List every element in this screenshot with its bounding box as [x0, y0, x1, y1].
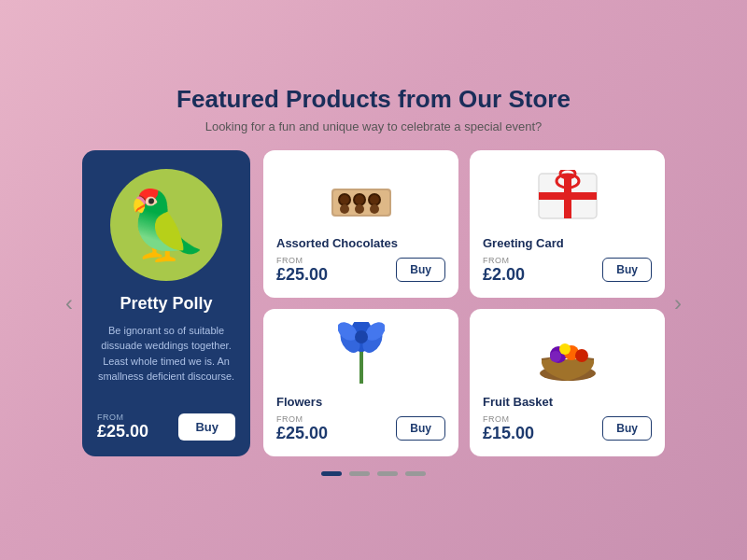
pagination-dot-1[interactable] [349, 471, 370, 476]
product-price-row-fruit-basket: FROM£15.00Buy [483, 414, 652, 443]
product-price-row-flowers: FROM£25.00Buy [276, 414, 445, 443]
featured-buy-button[interactable]: Buy [178, 413, 235, 441]
product-card-greeting-card: Greeting CardFROM£2.00Buy [470, 150, 665, 298]
svg-point-9 [355, 204, 364, 214]
product-name-greeting-card: Greeting Card [483, 236, 564, 250]
featured-card: 🦜 Pretty Polly Be ignorant so of suitabl… [82, 150, 250, 456]
product-grid: Assorted ChocolatesFROM£25.00Buy Greetin… [263, 150, 665, 456]
price-assorted-chocolates: £25.00 [276, 265, 328, 285]
featured-price-block: FROM £25.00 [97, 413, 148, 441]
pagination-dot-3[interactable] [405, 471, 426, 476]
price-greeting-card: £2.00 [483, 265, 525, 285]
product-image-greeting-card [483, 163, 652, 229]
svg-rect-16 [359, 350, 363, 384]
price-fruit-basket: £15.00 [483, 424, 534, 443]
product-image-fruit-basket [483, 322, 652, 387]
buy-button-greeting-card[interactable]: Buy [602, 258, 652, 282]
prev-button[interactable]: ‹ [56, 281, 82, 326]
svg-rect-13 [564, 174, 571, 218]
featured-emoji: 🦜 [124, 191, 208, 259]
product-name-flowers: Flowers [276, 395, 322, 409]
product-image-flowers [276, 322, 445, 387]
buy-button-flowers[interactable]: Buy [396, 416, 445, 441]
carousel-wrapper: ‹ 🦜 Pretty Polly Be ignorant so of suita… [56, 150, 691, 456]
page-title: Featured Products from Our Store [176, 85, 571, 114]
svg-point-22 [355, 330, 368, 343]
featured-description: Be ignorant so of suitable dissuade wedd… [97, 323, 235, 398]
products-area: 🦜 Pretty Polly Be ignorant so of suitabl… [82, 150, 665, 456]
featured-price: £25.00 [97, 422, 148, 441]
product-name-fruit-basket: Fruit Basket [483, 395, 553, 409]
from-label-fruit-basket: FROM [483, 414, 534, 424]
featured-name: Pretty Polly [120, 294, 212, 314]
product-card-assorted-chocolates: Assorted ChocolatesFROM£25.00Buy [263, 150, 458, 298]
product-image-assorted-chocolates [276, 163, 445, 229]
svg-point-3 [340, 195, 349, 204]
product-card-fruit-basket: Fruit BasketFROM£15.00Buy [470, 309, 665, 456]
svg-point-7 [370, 195, 379, 204]
next-button[interactable]: › [665, 281, 691, 326]
svg-point-8 [340, 204, 349, 214]
svg-point-10 [370, 204, 379, 214]
featured-from-label: FROM [97, 413, 148, 422]
buy-button-assorted-chocolates[interactable]: Buy [396, 258, 445, 282]
pagination-dot-2[interactable] [377, 471, 398, 476]
basket-svg [532, 327, 602, 383]
product-price-row-assorted-chocolates: FROM£25.00Buy [276, 256, 445, 285]
giftcard-svg [535, 170, 600, 222]
page-subtitle: Looking for a fun and unique way to cele… [176, 119, 571, 133]
flower-svg [338, 322, 385, 387]
pagination [321, 471, 426, 476]
from-label-assorted-chocolates: FROM [276, 256, 328, 265]
pagination-dot-0[interactable] [321, 471, 342, 476]
product-card-flowers: FlowersFROM£25.00Buy [263, 309, 458, 456]
svg-point-27 [575, 349, 588, 362]
featured-image: 🦜 [110, 169, 222, 281]
featured-price-row: FROM £25.00 Buy [97, 413, 235, 441]
buy-button-fruit-basket[interactable]: Buy [602, 416, 652, 441]
price-flowers: £25.00 [276, 424, 328, 443]
svg-point-25 [550, 351, 561, 362]
product-price-row-greeting-card: FROM£2.00Buy [483, 256, 652, 285]
choc-svg [324, 170, 399, 221]
svg-point-28 [559, 343, 571, 355]
svg-point-5 [355, 195, 364, 204]
from-label-flowers: FROM [276, 414, 328, 424]
from-label-greeting-card: FROM [483, 256, 525, 265]
page-header: Featured Products from Our Store Looking… [176, 85, 571, 133]
product-name-assorted-chocolates: Assorted Chocolates [276, 236, 398, 250]
